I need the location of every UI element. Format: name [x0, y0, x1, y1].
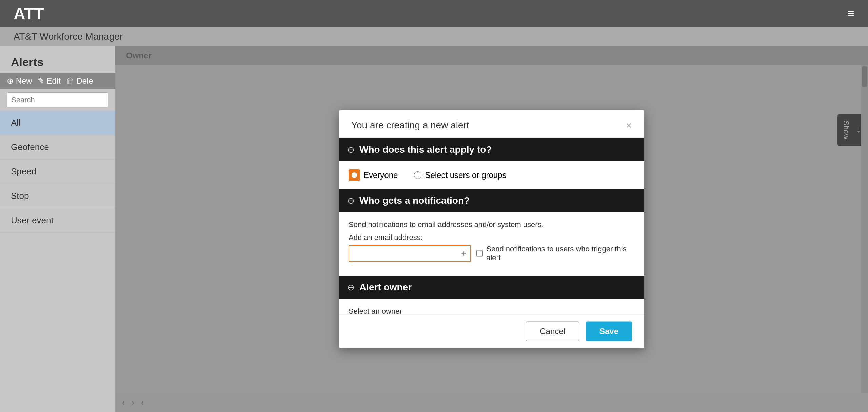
- sidebar-toolbar: ⊕ New ✎ Edit 🗑 Dele: [0, 73, 115, 89]
- section-who-applies-body: Everyone Select users or groups: [339, 161, 644, 189]
- sidebar-header: Alerts: [0, 46, 115, 73]
- sidebar-item-stop[interactable]: Stop: [0, 184, 115, 208]
- sub-bar-title: AT&T Workforce Manager: [14, 31, 123, 42]
- email-input[interactable]: [352, 246, 460, 261]
- email-add-button[interactable]: +: [460, 247, 468, 260]
- modal-body[interactable]: ⊖ Who does this alert apply to? Everyone: [339, 138, 644, 314]
- email-input-wrapper: +: [349, 245, 471, 262]
- trigger-alert-label: Send notifications to users who trigger …: [486, 245, 635, 262]
- section-collapse-icon-3[interactable]: ⊖: [347, 282, 355, 292]
- everyone-radio-box: [349, 169, 360, 181]
- section-who-applies-header: ⊖ Who does this alert apply to?: [339, 138, 644, 161]
- section-heading-3: Alert owner: [359, 282, 412, 293]
- email-input-row: + Send notifications to users who trigge…: [349, 245, 635, 262]
- cancel-button[interactable]: Cancel: [526, 322, 579, 341]
- notification-info-text: Send notifications to email addresses an…: [349, 220, 635, 229]
- email-input-label: Add an email address:: [349, 233, 635, 242]
- delete-button[interactable]: 🗑 Dele: [66, 76, 93, 86]
- app-title: ATT: [14, 4, 44, 23]
- everyone-label: Everyone: [363, 170, 398, 180]
- sidebar-item-geofence[interactable]: Geofence: [0, 135, 115, 160]
- sidebar-title: Alerts: [11, 56, 43, 68]
- section-heading-1: Who does this alert apply to?: [359, 144, 492, 155]
- section-who-applies: ⊖ Who does this alert apply to? Everyone: [339, 138, 644, 189]
- section-alert-owner: ⊖ Alert owner Select an owner The curren…: [339, 276, 644, 314]
- modal-close-button[interactable]: ×: [626, 120, 632, 131]
- section-collapse-icon-2[interactable]: ⊖: [347, 195, 355, 206]
- sidebar-item-speed[interactable]: Speed: [0, 160, 115, 184]
- section-notification-body: Send notifications to email addresses an…: [339, 212, 644, 276]
- section-heading-2: Who gets a notification?: [359, 195, 470, 206]
- sidebar-list: All Geofence Speed Stop User event: [0, 111, 115, 412]
- sidebar-search-area: [0, 89, 115, 111]
- search-input[interactable]: [7, 92, 108, 107]
- section-collapse-icon-1[interactable]: ⊖: [347, 144, 355, 155]
- section-notification-header: ⊖ Who gets a notification?: [339, 189, 644, 212]
- sidebar-item-user-event[interactable]: User event: [0, 208, 115, 233]
- section-owner-header: ⊖ Alert owner: [339, 276, 644, 299]
- section-owner-body: Select an owner The current owner of thi…: [339, 299, 644, 314]
- sub-bar: AT&T Workforce Manager: [0, 27, 868, 46]
- content-area: Owner ← Show ‹ › ‹ You are creating a ne…: [115, 46, 868, 412]
- sidebar-item-all[interactable]: All: [0, 111, 115, 135]
- modal-header: You are creating a new alert ×: [339, 110, 644, 138]
- modal-title: You are creating a new alert: [351, 120, 469, 131]
- everyone-option[interactable]: Everyone: [349, 169, 398, 181]
- who-applies-radio-group: Everyone Select users or groups: [349, 169, 635, 181]
- menu-icon[interactable]: ≡: [847, 6, 854, 21]
- edit-button[interactable]: ✎ Edit: [38, 76, 61, 86]
- sidebar: Alerts ⊕ New ✎ Edit 🗑 Dele All Geofence …: [0, 46, 115, 412]
- select-users-label: Select users or groups: [425, 170, 506, 180]
- select-users-radio[interactable]: [414, 171, 421, 179]
- top-bar: ATT ≡: [0, 0, 868, 27]
- trigger-alert-checkbox[interactable]: [476, 250, 483, 257]
- new-button[interactable]: ⊕ New: [7, 76, 32, 86]
- modal-footer: Cancel Save: [339, 314, 644, 348]
- main-layout: Alerts ⊕ New ✎ Edit 🗑 Dele All Geofence …: [0, 46, 868, 412]
- modal-dialog: You are creating a new alert × ⊖ Who doe…: [339, 110, 644, 348]
- trigger-alert-checkbox-row[interactable]: Send notifications to users who trigger …: [476, 245, 635, 262]
- select-owner-label: Select an owner: [349, 307, 635, 314]
- everyone-radio-inner: [352, 172, 357, 178]
- select-users-option[interactable]: Select users or groups: [414, 170, 506, 180]
- section-notification: ⊖ Who gets a notification? Send notifica…: [339, 189, 644, 276]
- save-button[interactable]: Save: [586, 322, 632, 341]
